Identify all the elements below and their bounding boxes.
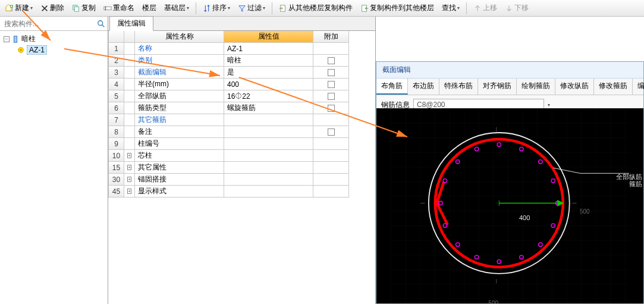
row-num[interactable]: 6 bbox=[109, 102, 124, 114]
element-icon bbox=[17, 46, 25, 54]
section-tab[interactable]: 修改纵筋 bbox=[555, 79, 594, 95]
move-up-button[interactable]: 上移 bbox=[470, 2, 500, 14]
svg-point-24 bbox=[456, 243, 460, 246]
prop-value-cell[interactable]: 16⏀22 bbox=[224, 90, 313, 102]
main-toolbar: 新建 ▾ 删除 复制 重命名 楼层 基础层▾ 排序▾ 过滤▾ 从其他楼层复制构件… bbox=[0, 0, 644, 17]
row-num[interactable]: 30 bbox=[109, 174, 124, 186]
expand-icon[interactable]: + bbox=[127, 177, 131, 182]
col-name-header[interactable]: 属性名称 bbox=[135, 31, 224, 43]
row-num[interactable]: 1 bbox=[109, 43, 124, 55]
prop-value-cell[interactable]: 螺旋箍筋 bbox=[224, 102, 313, 114]
col-extra-header[interactable]: 附加 bbox=[313, 31, 349, 43]
prop-name-cell[interactable]: 其它属性 bbox=[135, 162, 224, 174]
expand-icon[interactable]: + bbox=[127, 189, 131, 194]
new-button[interactable]: 新建 ▾ bbox=[2, 2, 36, 14]
copy-to-button[interactable]: 复制构件到其他楼层 bbox=[357, 2, 437, 14]
svg-point-10 bbox=[20, 49, 22, 51]
expand-icon[interactable]: + bbox=[127, 165, 131, 170]
move-down-button[interactable]: 下移 bbox=[502, 2, 532, 14]
prop-name-cell[interactable]: 箍筋类型 bbox=[135, 102, 224, 114]
dropdown-icon: ▾ bbox=[228, 5, 230, 11]
prop-name-cell[interactable]: 其它箍筋 bbox=[135, 114, 224, 126]
tab-property-edit[interactable]: 属性编辑 bbox=[109, 16, 153, 31]
prop-name-cell[interactable]: 柱编号 bbox=[135, 138, 224, 150]
row-num[interactable]: 5 bbox=[109, 90, 124, 102]
delete-button[interactable]: 删除 bbox=[37, 2, 67, 14]
dropdown-icon: ▾ bbox=[187, 5, 189, 11]
svg-point-7 bbox=[98, 20, 103, 25]
prop-value-cell[interactable]: AZ-1 bbox=[224, 43, 313, 55]
svg-point-20 bbox=[539, 243, 542, 246]
section-drawing[interactable]: 400 500 -500 全部纵筋 箍筋 16C22 C10@100/20 bbox=[376, 108, 643, 303]
search-input[interactable] bbox=[2, 18, 96, 29]
copy-from-button[interactable]: 从其他楼层复制构件 bbox=[276, 2, 356, 14]
prop-value-cell[interactable] bbox=[224, 138, 313, 150]
row-num[interactable]: 45 bbox=[109, 186, 124, 198]
prop-value-cell[interactable] bbox=[224, 174, 313, 186]
dim-400: 400 bbox=[519, 214, 530, 221]
prop-name-cell[interactable]: 半径(mm) bbox=[135, 79, 224, 90]
row-num[interactable]: 8 bbox=[109, 126, 124, 138]
section-tab[interactable]: 对齐钢筋 bbox=[478, 79, 517, 95]
row-num[interactable]: 3 bbox=[109, 67, 124, 79]
row-num[interactable]: 2 bbox=[109, 55, 124, 67]
tree-child-label: AZ-1 bbox=[27, 45, 47, 55]
prop-value-cell[interactable]: 暗柱 bbox=[224, 55, 313, 67]
separator bbox=[196, 2, 196, 14]
col-value-header[interactable]: 属性值 bbox=[224, 31, 313, 43]
extra-checkbox[interactable] bbox=[328, 81, 335, 88]
base-floor-select[interactable]: 基础层▾ bbox=[161, 2, 192, 14]
prop-value-cell[interactable]: 是 bbox=[224, 67, 313, 79]
row-num[interactable]: 7 bbox=[109, 114, 124, 126]
prop-value-cell[interactable] bbox=[224, 150, 313, 162]
tree-child-node[interactable]: AZ-1 bbox=[15, 45, 105, 55]
section-tab[interactable]: 特殊布筋 bbox=[439, 79, 478, 95]
prop-name-cell[interactable]: 全部纵筋 bbox=[135, 90, 224, 102]
separator bbox=[466, 2, 467, 14]
extra-checkbox[interactable] bbox=[328, 129, 335, 136]
svg-point-17 bbox=[551, 179, 555, 183]
sort-button[interactable]: 排序▾ bbox=[200, 2, 233, 14]
extra-checkbox[interactable] bbox=[328, 57, 335, 64]
prop-name-cell[interactable]: 锚固搭接 bbox=[135, 174, 224, 186]
floor-label-button[interactable]: 楼层 bbox=[139, 2, 159, 14]
prop-name-cell[interactable]: 显示样式 bbox=[135, 186, 224, 198]
dropdown-icon[interactable]: ▾ bbox=[548, 102, 550, 108]
extra-checkbox[interactable] bbox=[328, 69, 335, 76]
extra-checkbox[interactable] bbox=[328, 105, 335, 112]
prop-name-cell[interactable]: 截面编辑 bbox=[135, 67, 224, 79]
tab-row: 属性编辑 bbox=[108, 17, 375, 31]
svg-point-15 bbox=[520, 147, 523, 151]
tree-root-node[interactable]: − 暗柱 bbox=[2, 33, 105, 45]
svg-rect-8 bbox=[14, 36, 17, 42]
section-tab[interactable]: 修改箍筋 bbox=[594, 79, 633, 95]
prop-name-cell[interactable]: 备注 bbox=[135, 126, 224, 138]
prop-value-cell[interactable] bbox=[224, 126, 313, 138]
row-num[interactable]: 10 bbox=[109, 150, 124, 162]
row-num[interactable]: 4 bbox=[109, 79, 124, 90]
prop-value-cell[interactable] bbox=[224, 114, 313, 126]
row-num[interactable]: 9 bbox=[109, 138, 124, 150]
section-tab[interactable]: 布角筋 bbox=[376, 79, 408, 95]
prop-value-cell[interactable] bbox=[224, 186, 313, 198]
copy-button[interactable]: 复制 bbox=[69, 2, 99, 14]
rename-button[interactable]: 重命名 bbox=[100, 2, 137, 14]
new-label: 新建 bbox=[15, 3, 29, 13]
collapse-icon[interactable]: − bbox=[4, 36, 10, 42]
prop-name-cell[interactable]: 名称 bbox=[135, 43, 224, 55]
section-tab[interactable]: 布边筋 bbox=[408, 79, 439, 95]
svg-point-28 bbox=[456, 160, 460, 164]
search-icon[interactable] bbox=[96, 19, 106, 29]
row-num[interactable]: 15 bbox=[109, 162, 124, 174]
section-tab[interactable]: 绘制箍筋 bbox=[517, 79, 555, 95]
filter-button[interactable]: 过滤▾ bbox=[235, 2, 268, 14]
prop-name-cell[interactable]: 类别 bbox=[135, 55, 224, 67]
prop-value-cell[interactable]: 400 bbox=[224, 79, 313, 90]
prop-value-cell[interactable] bbox=[224, 162, 313, 174]
find-button[interactable]: 查找▾ bbox=[439, 2, 463, 14]
expand-icon[interactable]: + bbox=[127, 153, 131, 158]
extra-checkbox[interactable] bbox=[328, 93, 335, 100]
section-tab[interactable]: 编辑弯钩 bbox=[633, 79, 644, 95]
dropdown-icon: ▾ bbox=[263, 5, 265, 11]
prop-name-cell[interactable]: 芯柱 bbox=[135, 150, 224, 162]
